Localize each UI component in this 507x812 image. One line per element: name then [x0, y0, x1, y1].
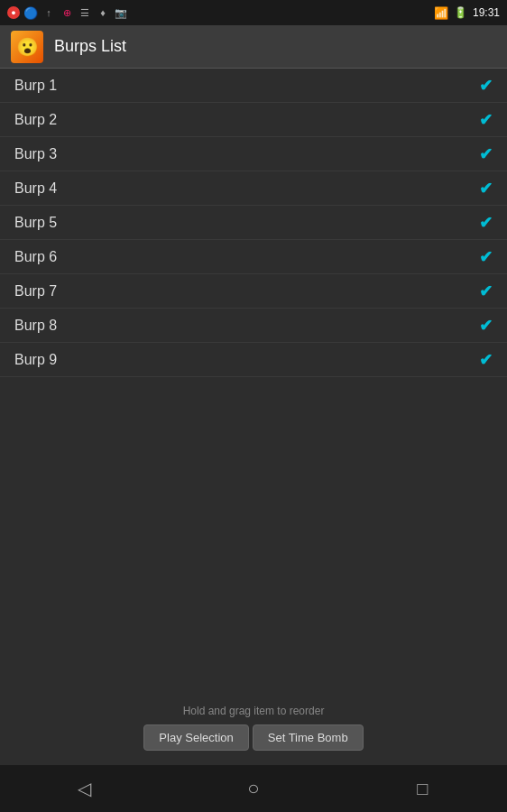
- status-icons-left: ● 🔵 ↑ ⊕ ☰ ♦ 📷: [7, 5, 128, 20]
- notification-icon-4: ⊕: [60, 5, 74, 20]
- list-item[interactable]: Burp 5✔: [0, 206, 507, 240]
- page-title: Burps List: [54, 37, 126, 56]
- item-label: Burp 9: [14, 352, 57, 368]
- list-item[interactable]: Burp 8✔: [0, 309, 507, 343]
- check-icon: ✔: [479, 350, 493, 370]
- recents-button[interactable]: □: [395, 770, 449, 807]
- clock: 19:31: [473, 6, 500, 19]
- check-icon: ✔: [479, 213, 493, 233]
- set-time-bomb-button[interactable]: Set Time Bomb: [253, 724, 364, 751]
- notification-icon-1: ●: [7, 6, 20, 19]
- check-icon: ✔: [479, 316, 493, 336]
- list-item[interactable]: Burp 9✔: [0, 343, 507, 377]
- burps-list: Burp 1✔Burp 2✔Burp 3✔Burp 4✔Burp 5✔Burp …: [0, 69, 507, 377]
- item-label: Burp 8: [14, 318, 57, 334]
- item-label: Burp 3: [14, 146, 57, 162]
- wifi-icon: 📶: [434, 6, 448, 20]
- list-item[interactable]: Burp 6✔: [0, 240, 507, 274]
- bottom-controls: Hold and grag item to reorder Play Selec…: [0, 699, 507, 765]
- item-label: Burp 5: [14, 215, 57, 231]
- notification-icon-2: 🔵: [23, 5, 38, 20]
- check-icon: ✔: [479, 179, 493, 198]
- list-item[interactable]: Burp 4✔: [0, 171, 507, 206]
- item-label: Burp 4: [14, 180, 57, 197]
- check-icon: ✔: [479, 281, 493, 301]
- item-label: Burp 6: [14, 249, 57, 265]
- check-icon: ✔: [479, 144, 493, 164]
- notification-icon-3: ↑: [41, 5, 56, 20]
- check-icon: ✔: [479, 110, 493, 130]
- main-content: Burp 1✔Burp 2✔Burp 3✔Burp 4✔Burp 5✔Burp …: [0, 69, 507, 765]
- app-icon: 😮: [11, 31, 43, 63]
- item-label: Burp 2: [14, 112, 57, 128]
- battery-icon: 🔋: [454, 6, 467, 19]
- app-header: 😮 Burps List: [0, 25, 507, 69]
- action-buttons: Play Selection Set Time Bomb: [0, 721, 507, 758]
- list-item[interactable]: Burp 2✔: [0, 103, 507, 137]
- list-item[interactable]: Burp 1✔: [0, 69, 507, 103]
- back-button[interactable]: ◁: [58, 770, 112, 807]
- list-item[interactable]: Burp 7✔: [0, 274, 507, 309]
- notification-icon-6: ♦: [96, 5, 110, 20]
- navigation-bar: ◁ ○ □: [0, 765, 507, 812]
- hint-text: Hold and grag item to reorder: [0, 699, 507, 721]
- notification-icon-7: 📷: [114, 5, 128, 20]
- list-item[interactable]: Burp 3✔: [0, 137, 507, 171]
- check-icon: ✔: [479, 247, 493, 267]
- check-icon: ✔: [479, 76, 493, 96]
- play-selection-button[interactable]: Play Selection: [143, 724, 248, 751]
- item-label: Burp 1: [14, 78, 57, 94]
- back-icon: ◁: [78, 778, 91, 799]
- item-label: Burp 7: [14, 283, 57, 300]
- home-button[interactable]: ○: [226, 770, 281, 807]
- home-icon: ○: [247, 777, 259, 800]
- status-right: 📶 🔋 19:31: [434, 6, 500, 20]
- status-bar: ● 🔵 ↑ ⊕ ☰ ♦ 📷 📶 🔋 19:31: [0, 0, 507, 25]
- notification-icon-5: ☰: [78, 5, 92, 20]
- recents-icon: □: [417, 779, 428, 799]
